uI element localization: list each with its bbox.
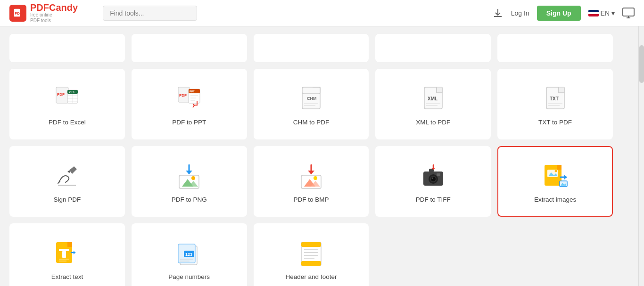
svg-text:TXT: TXT	[550, 96, 559, 101]
chm-to-pdf-icon: CHM	[297, 85, 325, 113]
pdf-to-ppt-label: PDF to PPT	[172, 119, 206, 126]
tool-card-partial-4[interactable]	[375, 34, 491, 62]
tool-card-extract-images[interactable]: Extract images	[497, 146, 613, 217]
sign-pdf-icon	[53, 162, 81, 190]
tool-card-pdf-to-bmp[interactable]: PDF to BMP	[254, 146, 369, 217]
extract-text-icon	[53, 239, 81, 268]
main-content: PDF XLS PDF to Excel	[0, 26, 644, 286]
pdf-to-png-icon	[175, 162, 203, 190]
tool-card-partial-5[interactable]	[497, 34, 613, 62]
svg-text:PDF: PDF	[57, 92, 65, 97]
header-footer-label: Header and footer	[286, 273, 337, 280]
signup-button[interactable]: Sign Up	[537, 6, 581, 21]
extract-images-label: Extract images	[534, 196, 576, 203]
tool-card-partial-1[interactable]	[9, 34, 125, 62]
logo-divider	[95, 6, 95, 20]
page-numbers-label: Page numbers	[168, 273, 210, 280]
svg-rect-3	[623, 8, 634, 16]
svg-point-46	[431, 177, 436, 181]
monitor-icon[interactable]	[622, 8, 635, 19]
flag-icon	[588, 10, 599, 16]
svg-text:PDF: PDF	[179, 93, 187, 98]
pdf-to-png-label: PDF to PNG	[172, 196, 207, 203]
svg-text:PPT: PPT	[190, 90, 195, 93]
header: PDF PDFCandy free online PDF tools Log I…	[0, 0, 644, 26]
tool-grid-row2: Sign PDF PDF to PNG	[9, 146, 613, 217]
header-footer-icon	[297, 239, 325, 268]
empty-slot-2	[497, 223, 613, 286]
tool-card-pdf-to-tiff[interactable]: PDF to TIFF	[375, 146, 491, 217]
tool-card-sign-pdf[interactable]: Sign PDF	[9, 146, 125, 217]
tool-card-chm-to-pdf[interactable]: CHM CHM to PDF	[254, 69, 369, 139]
tool-card-pdf-to-excel[interactable]: PDF XLS PDF to Excel	[9, 69, 125, 139]
svg-point-53	[554, 170, 557, 172]
tool-card-pdf-to-png[interactable]: PDF to PNG	[132, 146, 247, 217]
header-right: Log In Sign Up EN ▾	[492, 6, 635, 21]
chm-to-pdf-label: CHM to PDF	[293, 119, 330, 126]
svg-text:XML: XML	[428, 96, 438, 101]
svg-text:PDF: PDF	[15, 11, 22, 16]
empty-slot-1	[375, 223, 491, 286]
tool-card-header-footer[interactable]: Header and footer	[254, 223, 369, 286]
tool-card-partial-2[interactable]	[132, 34, 247, 62]
xml-to-pdf-label: XML to PDF	[416, 119, 450, 126]
tool-card-page-numbers[interactable]: 123 Page numbers	[132, 223, 247, 286]
txt-to-pdf-label: TXT to PDF	[538, 119, 572, 126]
scrollbar-thumb[interactable]	[639, 45, 644, 83]
svg-text:CHM: CHM	[307, 96, 317, 101]
login-button[interactable]: Log In	[511, 9, 529, 17]
tool-grid-row3: Extract text 123 Page numbers	[9, 223, 613, 286]
tool-grid-row1: PDF XLS PDF to Excel	[9, 69, 613, 139]
pdf-to-tiff-label: PDF to TIFF	[416, 196, 451, 203]
pdf-to-excel-icon: PDF XLS	[53, 85, 81, 113]
svg-rect-57	[59, 249, 69, 251]
top-partial-row	[9, 34, 613, 62]
page-numbers-icon: 123	[175, 239, 203, 268]
logo-icon: PDF	[9, 5, 26, 22]
tool-card-partial-3[interactable]	[254, 34, 369, 62]
svg-text:123: 123	[185, 252, 192, 257]
tool-card-extract-text[interactable]: Extract text	[9, 223, 125, 286]
svg-point-38	[191, 176, 195, 180]
svg-rect-68	[301, 242, 321, 247]
svg-point-47	[431, 177, 433, 179]
lang-label: EN	[601, 9, 610, 17]
svg-rect-19	[190, 98, 196, 98]
svg-rect-49	[437, 173, 440, 176]
search-input[interactable]	[103, 6, 197, 21]
svg-rect-18	[190, 95, 198, 96]
txt-to-pdf-icon: TXT	[541, 85, 570, 113]
svg-text:XLS: XLS	[69, 91, 74, 94]
language-selector[interactable]: EN ▾	[588, 9, 615, 17]
lang-chevron-icon: ▾	[611, 9, 615, 17]
pdf-to-bmp-icon	[297, 162, 325, 190]
tool-card-xml-to-pdf[interactable]: XML XML to PDF	[375, 69, 491, 139]
pdf-to-excel-label: PDF to Excel	[49, 119, 86, 126]
logo[interactable]: PDF PDFCandy free online PDF tools	[9, 3, 78, 24]
svg-rect-20	[190, 100, 195, 101]
svg-rect-58	[62, 251, 66, 258]
tool-card-pdf-to-ppt[interactable]: PDF PPT PDF to PPT	[132, 69, 247, 139]
pdf-to-ppt-icon: PDF PPT	[175, 85, 203, 113]
scrollbar-track[interactable]	[638, 26, 644, 286]
svg-point-42	[314, 176, 317, 180]
pdf-to-tiff-icon	[419, 162, 447, 190]
pdf-to-bmp-label: PDF to BMP	[293, 196, 329, 203]
svg-rect-22	[302, 87, 320, 94]
logo-sub: free online PDF tools	[30, 12, 78, 24]
download-icon[interactable]	[492, 8, 504, 19]
extract-images-icon	[541, 162, 570, 190]
extract-text-label: Extract text	[51, 273, 83, 280]
tool-card-txt-to-pdf[interactable]: TXT TXT to PDF	[497, 69, 613, 139]
logo-text: PDFCandy free online PDF tools	[30, 3, 78, 24]
logo-main: PDFCandy	[30, 3, 78, 12]
sign-pdf-label: Sign PDF	[54, 196, 81, 203]
svg-rect-69	[301, 261, 321, 266]
xml-to-pdf-icon: XML	[419, 85, 447, 113]
